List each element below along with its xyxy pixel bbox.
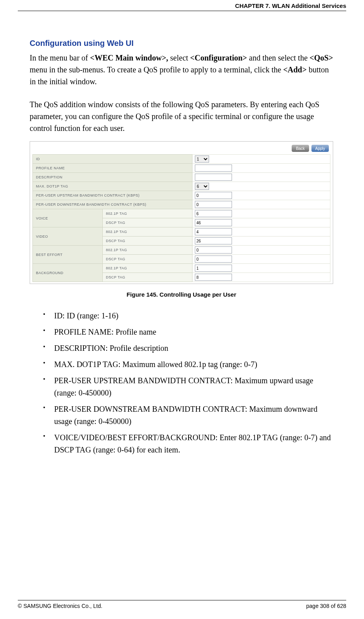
video-dscp-input[interactable] [195, 237, 232, 244]
text: and then select the [247, 53, 309, 62]
section-title: Configuration using Web UI [30, 39, 333, 48]
parameter-list: ID: ID (range: 1-16) PROFILE NAME: Profi… [30, 310, 333, 456]
table-row: PROFILE NAME [33, 164, 330, 173]
profile-name-input[interactable] [195, 165, 232, 172]
field-label-back-dot1p: 802.1P TAG [103, 264, 192, 273]
running-header: CHAPTER 7. WLAN Additional Services [18, 0, 346, 11]
list-item: PER-USER UPSTREAM BANDWIDTH CONTRACT: Ma… [54, 375, 333, 399]
voice-dscp-input[interactable] [195, 219, 232, 226]
group-label-background: BACKGROUND [33, 264, 103, 282]
table-row: ID 1 [33, 155, 330, 164]
list-item: DESCRIPTION: Profile description [54, 342, 333, 354]
video-dot1p-input[interactable] [195, 228, 232, 235]
maxdot1p-select[interactable]: 6 [195, 183, 209, 190]
intro-paragraph-1: In the menu bar of <WEC Main window>, se… [30, 52, 333, 87]
intro-paragraph-2: The QoS addition window consists of the … [30, 98, 333, 134]
field-label-downstream: PER-USER DOWNSTREAM BANDWIDTH CONTRACT (… [33, 200, 192, 209]
id-select[interactable]: 1 [195, 155, 209, 163]
table-row: BEST EFFORT 802.1P TAG [33, 246, 330, 255]
text: menu in the sub-menus. To create a QoS p… [30, 65, 283, 74]
back-dscp-input[interactable] [195, 274, 232, 281]
group-label-besteffort: BEST EFFORT [33, 246, 103, 264]
footer-rule [18, 600, 346, 600]
field-label-video-dscp: DSCP TAG [103, 237, 192, 246]
group-label-video: VIDEO [33, 227, 103, 246]
field-label-description: DESCRIPTION [33, 173, 192, 182]
list-item: PROFILE NAME: Profile name [54, 326, 333, 338]
field-label-back-dscp: DSCP TAG [103, 273, 192, 282]
text: In the menu bar of [30, 53, 90, 62]
bold-text: <WEC Main window>, [90, 53, 168, 62]
best-dscp-input[interactable] [195, 256, 232, 263]
table-row: PER-USER DOWNSTREAM BANDWIDTH CONTRACT (… [33, 200, 330, 209]
field-label-best-dscp: DSCP TAG [103, 255, 192, 264]
voice-dot1p-input[interactable] [195, 210, 232, 217]
bold-text: <Configuration> [190, 53, 247, 62]
header-rule [18, 11, 346, 11]
page-number: page 308 of 628 [306, 603, 346, 609]
table-row: DESCRIPTION [33, 173, 330, 182]
copyright-text: © SAMSUNG Electronics Co., Ltd. [18, 603, 102, 609]
downstream-input[interactable] [195, 201, 232, 208]
description-input[interactable] [195, 174, 232, 181]
field-label-upstream: PER-USER UPSTREAM BANDWIDTH CONTRACT (KB… [33, 191, 192, 200]
field-label-voice-dscp: DSCP TAG [103, 218, 192, 227]
field-label-maxdot1p: MAX. DOT1P TAG [33, 182, 192, 191]
back-dot1p-input[interactable] [195, 265, 232, 272]
table-row: BACKGROUND 802.1P TAG [33, 264, 330, 273]
text: select [168, 53, 190, 62]
apply-button[interactable]: Apply [311, 145, 329, 152]
figure-caption: Figure 145. Controlling Usage per User [30, 291, 333, 298]
table-row: VOICE 802.1P TAG [33, 209, 330, 218]
best-dot1p-input[interactable] [195, 246, 232, 254]
table-row: MAX. DOT1P TAG 6 [33, 182, 330, 191]
field-label-voice-dot1p: 802.1P TAG [103, 209, 192, 218]
group-label-voice: VOICE [33, 209, 103, 227]
table-row: VIDEO 802.1P TAG [33, 227, 330, 237]
list-item: PER-USER DOWNSTREAM BANDWIDTH CONTRACT: … [54, 403, 333, 428]
field-label-profile: PROFILE NAME [33, 164, 192, 173]
bold-text: <QoS> [309, 53, 333, 62]
field-label-id: ID [33, 155, 192, 164]
back-button[interactable]: Back [292, 145, 309, 152]
table-row: PER-USER UPSTREAM BANDWIDTH CONTRACT (KB… [33, 191, 330, 200]
list-item: VOICE/VIDEO/BEST EFFORT/BACKGROUND: Ente… [54, 432, 333, 456]
list-item: ID: ID (range: 1-16) [54, 310, 333, 322]
figure-screenshot: Back Apply ID 1 PROFILE NAME DESCRIPTION… [30, 141, 333, 284]
bold-text: <Add> [283, 65, 306, 74]
list-item: MAX. DOT1P TAG: Maximum allowed 802.1p t… [54, 358, 333, 371]
upstream-input[interactable] [195, 192, 232, 199]
field-label-video-dot1p: 802.1P TAG [103, 227, 192, 237]
field-label-best-dot1p: 802.1P TAG [103, 246, 192, 255]
